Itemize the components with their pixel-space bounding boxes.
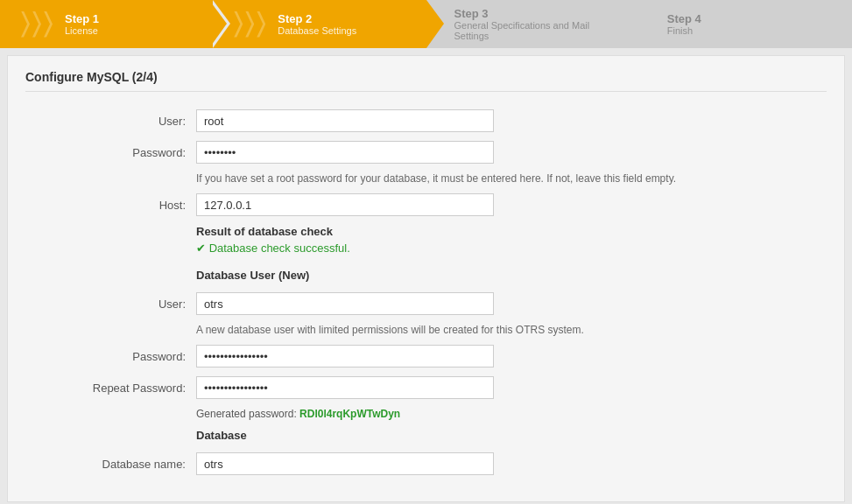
step-3-number: Step 3 xyxy=(454,7,625,20)
step-header: Step 1 License Step 2 Database Settings … xyxy=(0,0,852,48)
step-4-desc: Finish xyxy=(667,25,701,36)
check-icon: ✔ xyxy=(196,242,206,255)
db-user-label: User: xyxy=(25,298,196,311)
page-title: Configure MySQL (2/4) xyxy=(25,70,827,92)
db-password-input[interactable] xyxy=(196,345,494,368)
db-repeat-password-label: Repeat Password: xyxy=(25,382,196,395)
chevron-decoration xyxy=(32,11,41,38)
step-3-text: Step 3 General Specifications and Mail S… xyxy=(454,7,625,41)
step-4-number: Step 4 xyxy=(667,12,701,25)
step-1-text: Step 1 License xyxy=(65,12,99,36)
step-1-desc: License xyxy=(65,25,99,36)
step-2-text: Step 2 Database Settings xyxy=(278,12,356,36)
db-user-section-title: Database User (New) xyxy=(196,269,827,282)
db-check-result: Result of database check ✔ Database chec… xyxy=(196,225,827,255)
root-user-input[interactable] xyxy=(196,109,494,132)
generated-password: Generated password: RDl0l4rqKpWTwDyn xyxy=(196,408,827,420)
root-user-label: User: xyxy=(25,115,196,128)
generated-password-value[interactable]: RDl0l4rqKpWTwDyn xyxy=(299,408,400,420)
step-1: Step 1 License xyxy=(0,0,213,48)
database-section-title: Database xyxy=(196,429,827,442)
db-password-row: Password: xyxy=(25,345,827,368)
db-user-row: User: xyxy=(25,292,827,315)
step-3: Step 3 General Specifications and Mail S… xyxy=(426,0,639,48)
db-name-label: Database name: xyxy=(25,458,196,471)
step-3-desc: General Specifications and Mail Settings xyxy=(454,20,625,41)
main-content: Configure MySQL (2/4) User: Password: If… xyxy=(7,55,845,502)
step-2-desc: Database Settings xyxy=(278,25,356,36)
chevron-decoration xyxy=(21,11,30,38)
result-success-text: Database check successful. xyxy=(209,242,350,255)
db-user-hint: A new database user with limited permiss… xyxy=(196,324,687,336)
result-title: Result of database check xyxy=(196,225,827,238)
step-4-text: Step 4 Finish xyxy=(667,12,701,36)
root-password-label: Password: xyxy=(25,146,196,159)
step-1-number: Step 1 xyxy=(65,12,99,25)
chevron-decoration xyxy=(44,11,53,38)
result-success: ✔ Database check successful. xyxy=(196,242,827,255)
root-user-row: User: xyxy=(25,109,827,132)
generated-password-label: Generated password: xyxy=(196,408,297,420)
chevron-decoration xyxy=(234,11,243,38)
step-2-number: Step 2 xyxy=(278,12,356,25)
host-input[interactable] xyxy=(196,193,494,216)
db-repeat-password-input[interactable] xyxy=(196,376,494,399)
root-password-row: Password: xyxy=(25,141,827,164)
db-name-input[interactable] xyxy=(196,452,494,475)
root-password-input[interactable] xyxy=(196,141,494,164)
step-2: Step 2 Database Settings xyxy=(213,0,426,48)
db-repeat-password-row: Repeat Password: xyxy=(25,376,827,399)
chevron-decoration xyxy=(245,11,254,38)
db-user-input[interactable] xyxy=(196,292,494,315)
host-row: Host: xyxy=(25,193,827,216)
root-password-hint: If you have set a root password for your… xyxy=(196,172,687,185)
db-name-row: Database name: xyxy=(25,452,827,475)
host-label: Host: xyxy=(25,199,196,212)
chevron-decoration xyxy=(257,11,265,38)
step-4: Step 4 Finish xyxy=(639,0,852,48)
db-password-label: Password: xyxy=(25,350,196,363)
